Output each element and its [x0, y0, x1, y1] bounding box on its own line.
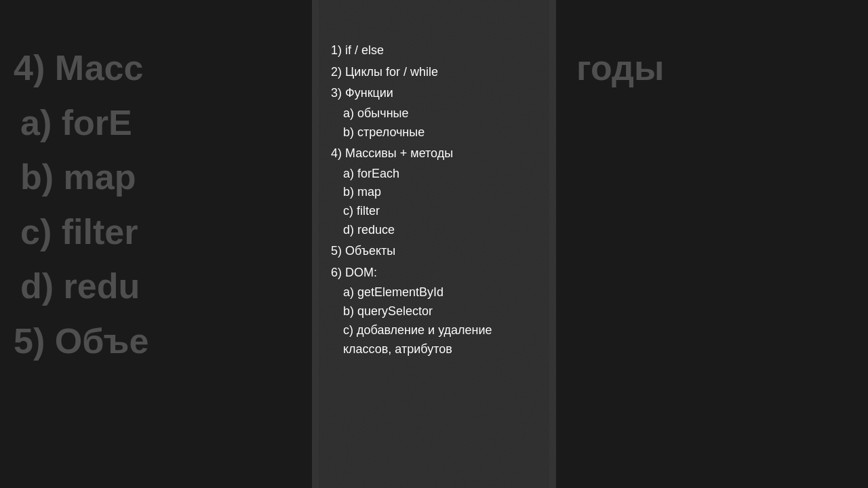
bg-left-panel: 4) Масс a) forE b) map c) filter d) redu… [0, 0, 319, 488]
item-4-sub-c: c) filter [331, 202, 537, 221]
list-item-3: 3) Функции a) обычные b) стрелочные [331, 83, 537, 142]
bg-left-text: 4) Масс a) forE b) map c) filter d) redu… [0, 0, 319, 488]
item-3-sub-a: a) обычные [331, 104, 537, 123]
item-2-text: 2) Циклы for / while [331, 62, 537, 83]
item-6-sub-b: b) querySelector [331, 302, 537, 321]
item-4-sub-b: b) map [331, 183, 537, 202]
item-6-text: 6) DOM: [331, 263, 537, 283]
item-1-text: 1) if / else [331, 41, 537, 61]
item-6-sub-c: c) добавление и удаление классов, атрибу… [331, 321, 537, 359]
item-4-sub-d: d) reduce [331, 221, 537, 240]
list-item-2: 2) Циклы for / while [331, 62, 537, 83]
item-4-text: 4) Массивы + методы [331, 144, 537, 164]
item-4-sub-a: a) forEach [331, 165, 537, 184]
main-scene: 4) Масс a) forE b) map c) filter d) redu… [0, 0, 868, 488]
center-panel: 1) if / else 2) Циклы for / while 3) Фун… [312, 0, 556, 488]
item-5-text: 5) Объекты [331, 241, 537, 262]
list-item-4: 4) Массивы + методы a) forEach b) map c)… [331, 144, 537, 240]
list-item-5: 5) Объекты [331, 241, 537, 262]
bg-right-panel: годы [549, 0, 868, 488]
item-3-text: 3) Функции [331, 83, 537, 104]
list-item-6: 6) DOM: a) getElementById b) querySelect… [331, 263, 537, 359]
item-6-sub-a: a) getElementById [331, 283, 537, 302]
content-list: 1) if / else 2) Циклы for / while 3) Фун… [331, 41, 537, 361]
bg-right-text: годы [549, 0, 868, 488]
item-3-sub-b: b) стрелочные [331, 123, 537, 142]
list-item-1: 1) if / else [331, 41, 537, 61]
